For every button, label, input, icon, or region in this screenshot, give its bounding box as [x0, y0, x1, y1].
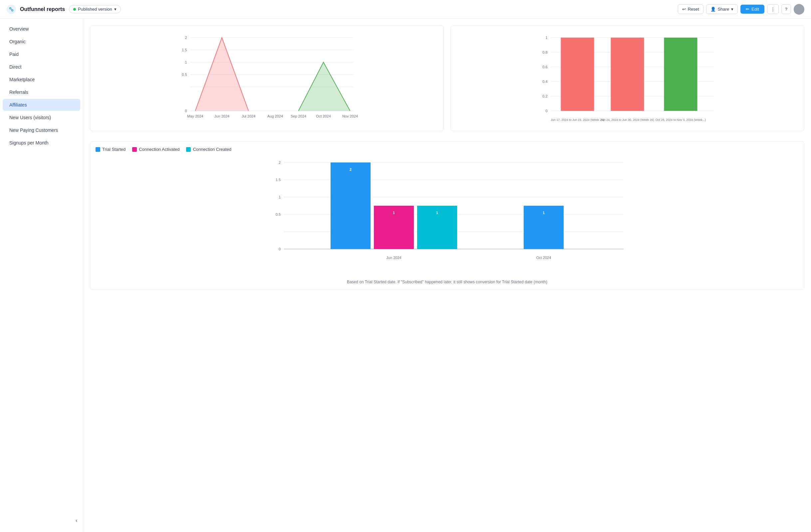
- sidebar: Overview Organic Paid Direct Marketplace…: [0, 19, 83, 532]
- legend-label-connection-activated: Connection Activated: [139, 147, 180, 152]
- help-icon: ?: [785, 7, 787, 12]
- svg-text:2: 2: [350, 167, 352, 171]
- avatar[interactable]: [794, 4, 804, 15]
- chart-legend: Trial Started Connection Activated Conne…: [95, 147, 799, 152]
- top-right-bar-chart-container: 1 0.8 0.6 0.4 0.2 0 Jun 17, 2024 to Jun …: [450, 25, 804, 131]
- sidebar-item-signups-per-month[interactable]: Signups per Month: [3, 137, 80, 149]
- legend-item-connection-created: Connection Created: [186, 147, 231, 152]
- svg-text:2: 2: [185, 36, 187, 40]
- sidebar-item-direct[interactable]: Direct: [3, 61, 80, 73]
- reset-label: Reset: [688, 7, 699, 12]
- legend-item-trial-started: Trial Started: [95, 147, 125, 152]
- reset-button[interactable]: ↩ Reset: [678, 4, 703, 14]
- chart-note: Based on Trial Started date. If "Subscri…: [95, 280, 799, 284]
- app-title: Outfunnel reports: [20, 6, 65, 12]
- svg-marker-20: [196, 37, 249, 111]
- version-dot: [73, 8, 76, 11]
- edit-icon: ✏: [746, 7, 749, 12]
- svg-text:Nov 2024: Nov 2024: [342, 114, 358, 118]
- legend-dot-connection-created: [186, 147, 191, 152]
- sidebar-item-new-paying-customers[interactable]: New Paying Customers: [3, 124, 80, 136]
- main-layout: Overview Organic Paid Direct Marketplace…: [0, 19, 811, 532]
- svg-text:Jun 2024: Jun 2024: [214, 114, 229, 118]
- header-right: ↩ Reset 👤 Share ▾ ✏ Edit ⋮ ?: [678, 4, 804, 15]
- svg-text:Jun 24, 2024 to Jun 30, 2024 (: Jun 24, 2024 to Jun 30, 2024 (Week 26): [601, 118, 654, 122]
- legend-label-trial-started: Trial Started: [102, 147, 125, 152]
- svg-text:1: 1: [393, 211, 395, 215]
- sidebar-collapse-button[interactable]: ‹: [0, 513, 83, 528]
- legend-dot-trial-started: [95, 147, 100, 152]
- svg-text:1: 1: [185, 60, 187, 64]
- app-logo: [7, 5, 16, 14]
- svg-text:Aug 2024: Aug 2024: [267, 114, 283, 118]
- sidebar-item-new-users[interactable]: New Users (visitors): [3, 111, 80, 123]
- svg-text:1: 1: [543, 211, 545, 215]
- svg-text:Jun 2024: Jun 2024: [386, 256, 401, 260]
- legend-dot-connection-activated: [132, 147, 137, 152]
- svg-text:Sep 2024: Sep 2024: [291, 114, 306, 118]
- svg-text:0.6: 0.6: [542, 65, 547, 69]
- sidebar-item-referrals[interactable]: Referrals: [3, 86, 80, 98]
- svg-text:Jun 17, 2024 to Jun 23, 2024 (: Jun 17, 2024 to Jun 23, 2024 (Week 25): [551, 118, 604, 122]
- svg-text:1.5: 1.5: [182, 48, 187, 52]
- svg-text:Jul 2024: Jul 2024: [242, 114, 256, 118]
- svg-rect-35: [611, 37, 644, 111]
- svg-rect-34: [561, 37, 594, 111]
- share-chevron-icon: ▾: [731, 7, 733, 12]
- svg-text:2: 2: [279, 161, 281, 165]
- svg-rect-36: [664, 37, 698, 111]
- reset-icon: ↩: [682, 7, 686, 12]
- top-charts-grid: 2 1.5 1 0.5 0 May 2024 Jun 2024 Jul 2024…: [90, 25, 804, 131]
- svg-text:0: 0: [279, 247, 281, 251]
- svg-rect-52: [331, 163, 370, 249]
- svg-text:1: 1: [436, 211, 438, 215]
- svg-text:0.5: 0.5: [182, 73, 187, 77]
- svg-text:0.4: 0.4: [542, 79, 547, 83]
- version-badge[interactable]: Published version ▾: [69, 5, 121, 13]
- svg-text:0.8: 0.8: [542, 50, 547, 54]
- svg-text:0.2: 0.2: [542, 94, 547, 98]
- svg-marker-21: [299, 62, 350, 111]
- top-right-bar-chart-svg: 1 0.8 0.6 0.4 0.2 0 Jun 17, 2024 to Jun …: [456, 31, 799, 124]
- share-button[interactable]: 👤 Share ▾: [706, 4, 738, 14]
- help-button[interactable]: ?: [781, 4, 791, 14]
- collapse-icon: ‹: [76, 517, 78, 524]
- legend-item-connection-activated: Connection Activated: [132, 147, 180, 152]
- sidebar-item-organic[interactable]: Organic: [3, 36, 80, 48]
- svg-text:1: 1: [545, 36, 547, 40]
- legend-label-connection-created: Connection Created: [193, 147, 231, 152]
- more-options-button[interactable]: ⋮: [767, 4, 779, 14]
- sidebar-item-paid[interactable]: Paid: [3, 48, 80, 60]
- content-area: 2 1.5 1 0.5 0 May 2024 Jun 2024 Jul 2024…: [83, 19, 811, 532]
- more-icon: ⋮: [771, 7, 775, 12]
- header-left: Outfunnel reports Published version ▾: [7, 5, 121, 14]
- edit-label: Edit: [751, 7, 759, 12]
- header: Outfunnel reports Published version ▾ ↩ …: [0, 0, 811, 19]
- edit-button[interactable]: ✏ Edit: [740, 5, 764, 14]
- svg-text:Oct 2024: Oct 2024: [536, 256, 551, 260]
- sidebar-item-overview[interactable]: Overview: [3, 23, 80, 35]
- svg-text:Oct 28, 2024 to Nov 3, 2024 (W: Oct 28, 2024 to Nov 3, 2024 (Week...): [656, 118, 706, 122]
- sidebar-item-marketplace[interactable]: Marketplace: [3, 74, 80, 86]
- line-chart-svg: 2 1.5 1 0.5 0 May 2024 Jun 2024 Jul 2024…: [95, 31, 438, 124]
- sidebar-item-affiliates[interactable]: Affiliates: [3, 99, 80, 111]
- line-chart-container: 2 1.5 1 0.5 0 May 2024 Jun 2024 Jul 2024…: [90, 25, 444, 131]
- svg-text:0: 0: [185, 109, 187, 113]
- bottom-bar-chart-svg: 2 1.5 1 0.5 0 2 1 1 Jun 2024: [95, 156, 799, 276]
- version-label: Published version: [78, 7, 112, 12]
- svg-text:0.5: 0.5: [276, 212, 281, 216]
- share-label: Share: [718, 7, 730, 12]
- svg-text:1: 1: [279, 195, 281, 199]
- share-icon: 👤: [710, 7, 716, 12]
- svg-text:1.5: 1.5: [276, 178, 281, 182]
- version-chevron-icon: ▾: [114, 7, 117, 12]
- svg-text:0: 0: [545, 109, 547, 113]
- bottom-bar-chart-container: Trial Started Connection Activated Conne…: [90, 141, 804, 290]
- svg-text:May 2024: May 2024: [187, 114, 203, 118]
- svg-text:Oct 2024: Oct 2024: [316, 114, 331, 118]
